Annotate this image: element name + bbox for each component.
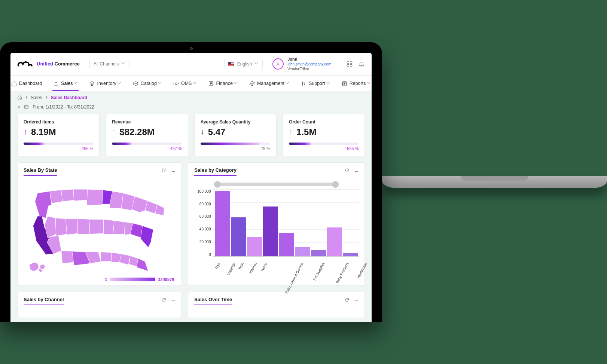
kpi-pct: -79 % xyxy=(201,146,270,151)
panel-sales-over-time: Sales Over Time – xyxy=(188,292,365,318)
chevron-down-icon xyxy=(255,62,259,66)
date-range-text: From: 1/1/2022 - To: 8/31/2022 xyxy=(33,104,94,110)
laptop-base xyxy=(382,176,607,188)
user-name: John xyxy=(287,56,331,62)
nav-finance[interactable]: Finance xyxy=(207,79,238,88)
brand-text: Unified Commerce xyxy=(37,61,80,67)
kpi-value: ↑8.19M xyxy=(24,127,93,137)
bar-patio-lawn-garden[interactable] xyxy=(295,247,310,256)
refresh-icon[interactable] xyxy=(345,168,350,173)
channel-dropdown-label: All Channels xyxy=(94,61,119,67)
bar-pet-supplies[interactable] xyxy=(311,250,326,256)
legend-max: 1240576 xyxy=(158,277,174,282)
svg-point-7 xyxy=(251,83,253,84)
bar-healthcare[interactable] xyxy=(343,253,358,256)
bar-home[interactable] xyxy=(279,233,294,256)
nav-support[interactable]: Support xyxy=(300,79,331,88)
svg-rect-9 xyxy=(25,105,28,109)
nav-oms[interactable]: OMS xyxy=(173,79,198,88)
chart-xaxis: ToysLuggageBathKitchenHomePatio, Lawn & … xyxy=(193,257,359,262)
bar-bath[interactable] xyxy=(247,237,262,256)
language-dropdown[interactable]: English xyxy=(224,59,263,69)
brand-logo[interactable]: Unified Commerce xyxy=(17,60,80,68)
svg-point-0 xyxy=(277,62,279,64)
logo-icon xyxy=(17,60,33,68)
svg-rect-4 xyxy=(350,64,352,66)
nav-dashboard[interactable]: Dashboard xyxy=(10,79,43,88)
svg-rect-1 xyxy=(347,61,349,63)
refresh-icon[interactable] xyxy=(161,168,166,173)
kpi-label: Order Count xyxy=(289,119,359,125)
chevron-down-icon xyxy=(327,82,330,85)
chevron-down-icon xyxy=(122,62,125,66)
chart-range-slider[interactable] xyxy=(217,183,335,186)
user-info: John john.smith@company.com VendorEditor xyxy=(287,56,331,71)
nav-catalog[interactable]: Catalog xyxy=(132,79,163,88)
svg-rect-2 xyxy=(350,61,352,63)
user-icon xyxy=(275,61,281,67)
kpi-card-1: Revenue↑$82.28M497 % xyxy=(106,114,188,156)
home-icon[interactable] xyxy=(17,95,22,100)
kpi-pct: 256 % xyxy=(24,146,93,151)
content-area: / Sales / Sales Dashboard From: 1/1/2022… xyxy=(10,91,372,322)
bar-toys[interactable] xyxy=(215,191,230,256)
date-filter-row: From: 1/1/2022 - To: 8/31/2022 xyxy=(10,104,372,114)
bar-luggage[interactable] xyxy=(231,217,246,256)
nav-inventory[interactable]: Inventory xyxy=(88,79,122,88)
chevron-down-icon xyxy=(74,82,78,85)
bar-kitchen[interactable] xyxy=(263,207,278,256)
kpi-card-2: Average Sales Quantity↓5.47-79 % xyxy=(194,114,277,156)
kpi-progress xyxy=(112,143,182,145)
legend-gradient xyxy=(110,278,155,281)
top-bar: Unified Commerce All Channels English Jo… xyxy=(10,53,372,76)
panel-grid: Sales By State – xyxy=(10,156,372,318)
us-flag-icon xyxy=(228,62,234,66)
kpi-label: Average Sales Quantity xyxy=(201,119,270,125)
kpi-row: Ordered items↑8.19M256 %Revenue↑$82.28M4… xyxy=(10,114,372,156)
kpi-card-3: Order Count↑1.5M1565 % xyxy=(283,114,365,156)
kpi-value: ↑$82.28M xyxy=(112,127,182,137)
kpi-label: Ordered items xyxy=(24,119,93,125)
chevron-down-icon xyxy=(158,82,162,85)
kpi-value: ↓5.47 xyxy=(201,127,270,137)
kpi-progress xyxy=(24,143,93,145)
kpi-pct: 497 % xyxy=(112,146,182,151)
chevron-down-icon xyxy=(367,82,371,85)
kpi-pct: 1565 % xyxy=(289,146,359,151)
chevron-down-icon xyxy=(193,82,197,85)
kpi-card-0: Ordered items↑8.19M256 % xyxy=(17,114,100,156)
collapse-icon[interactable]: – xyxy=(355,297,359,304)
panel-title: Sales by Channel xyxy=(24,297,64,305)
apps-icon[interactable] xyxy=(346,61,353,67)
collapse-icon[interactable]: – xyxy=(171,297,176,304)
clear-filter-icon[interactable] xyxy=(17,104,20,110)
collapse-icon[interactable]: – xyxy=(171,168,176,175)
chevron-down-icon xyxy=(286,82,290,85)
legend-min: 1 xyxy=(105,277,107,282)
collapse-icon[interactable]: – xyxy=(355,168,359,175)
panel-sales-by-state: Sales By State – xyxy=(17,162,182,286)
nav-management[interactable]: Management xyxy=(248,79,290,88)
breadcrumb-sales[interactable]: Sales xyxy=(31,95,42,100)
chevron-down-icon xyxy=(118,82,122,85)
user-role: VendorEditor xyxy=(287,67,331,71)
main-nav: DashboardSalesInventoryCatalogOMSFinance… xyxy=(10,76,372,91)
panel-title: Sales by Category xyxy=(194,167,237,176)
bell-icon[interactable] xyxy=(358,61,365,67)
nav-sales[interactable]: Sales xyxy=(52,79,79,88)
map-legend: 1 1240576 xyxy=(105,277,174,282)
bar-baby-products[interactable] xyxy=(327,227,342,256)
language-label: English xyxy=(237,61,252,67)
kpi-label: Revenue xyxy=(112,119,182,125)
refresh-icon[interactable] xyxy=(161,297,166,302)
channel-dropdown[interactable]: All Channels xyxy=(89,59,129,69)
calendar-icon[interactable] xyxy=(24,104,29,109)
screen: Unified Commerce All Channels English Jo… xyxy=(10,53,372,322)
refresh-icon[interactable] xyxy=(345,297,350,302)
avatar xyxy=(272,58,284,70)
nav-reports[interactable]: Reports xyxy=(341,79,372,88)
user-block[interactable]: John john.smith@company.com VendorEditor xyxy=(272,56,331,71)
breadcrumb-active: Sales Dashboard xyxy=(51,95,87,100)
category-bar-chart: 100,00080,00060,00040,00020,0000 xyxy=(193,189,359,257)
kpi-value: ↑1.5M xyxy=(289,127,359,137)
